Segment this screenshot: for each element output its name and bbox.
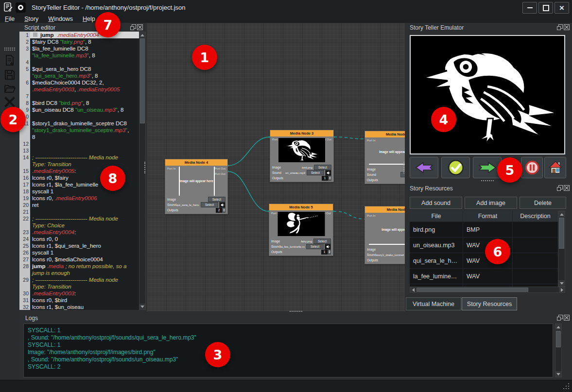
port-in[interactable]: Port In	[367, 214, 376, 217]
open-button[interactable]	[4, 82, 16, 95]
code-line[interactable]: 19lcons r0, .mediaEntry0006	[19, 195, 139, 202]
resize-grip[interactable]	[563, 383, 569, 389]
speaker-icon[interactable]	[219, 202, 225, 208]
code-line[interactable]: 3$la_fee_luminelle DC8	[19, 45, 139, 52]
code-line[interactable]: .mediaEntry0003, .mediaEntry0005	[19, 86, 139, 93]
code-line[interactable]: 5$qui_sera_le_hero DC8	[19, 66, 139, 72]
select-button[interactable]: Select	[208, 197, 225, 202]
code-line[interactable]: 18syscall 1	[19, 188, 139, 195]
minimize-button[interactable]	[522, 2, 537, 14]
port-in[interactable]: Port In	[367, 139, 376, 142]
tab-virtual-machine[interactable]: Virtual Machine	[406, 297, 461, 310]
code-line[interactable]: 32lcons r1, $un_oiseau	[19, 304, 139, 310]
spinner-arrows[interactable]	[222, 208, 225, 213]
resources-table-hscrollbar[interactable]	[410, 287, 565, 293]
code-line[interactable]: 29; ---------------------------- Media n…	[19, 276, 139, 283]
code-line[interactable]: 21	[19, 208, 139, 215]
select-button[interactable]: Select	[306, 244, 324, 249]
code-line[interactable]: 8	[19, 134, 139, 140]
spinner-arrows[interactable]	[328, 176, 331, 181]
media-node[interactable]: Media Node 3Port InPort Out Imagebird.pn…	[270, 130, 334, 182]
code-line[interactable]: 20ret	[19, 202, 139, 208]
code-line[interactable]: jump is enough	[19, 270, 139, 276]
outputs-spinner[interactable]: 1	[322, 176, 328, 181]
toolbar-drag-handle[interactable]	[4, 48, 15, 51]
media-node[interactable]: Media Node 4Port InPort OutPort OutImage…	[165, 159, 228, 214]
close-panel-icon[interactable]	[564, 185, 570, 191]
outputs-spinner[interactable]: 2	[216, 208, 222, 213]
select-button[interactable]: Select	[313, 239, 331, 244]
menu-file[interactable]: File	[0, 15, 19, 23]
code-line[interactable]: 4	[19, 59, 139, 66]
code-line[interactable]: 8$bird DC8 "bird.png", 8	[19, 100, 139, 106]
validate-button[interactable]	[441, 157, 470, 178]
select-button[interactable]: Select	[201, 202, 218, 207]
code-line[interactable]: "qui_sera_le_hero.mp3", 8	[19, 72, 139, 79]
logs-scrollbar[interactable]	[555, 324, 562, 377]
pause-button[interactable]	[521, 157, 543, 178]
close-panel-icon[interactable]	[564, 24, 570, 30]
code-line[interactable]: 26syscall 1	[19, 249, 139, 256]
node-title[interactable]: Media Node 3	[270, 130, 333, 136]
code-line[interactable]: 30.mediaEntry0003:	[19, 290, 139, 297]
node-graph-canvas[interactable]: Media Node 4Port InPort OutPort OutImage…	[147, 23, 405, 311]
code-line[interactable]: 27lcons r0, $mediaChoice0004	[19, 256, 139, 263]
code-line[interactable]: 22; ---------------------------- Media n…	[19, 215, 139, 222]
code-line[interactable]: 14; ---------------------------- Media n…	[19, 154, 139, 161]
tab-story-resources[interactable]: Story Resources	[462, 297, 517, 310]
menu-windows[interactable]: Windows	[43, 15, 78, 23]
select-button[interactable]: Select	[307, 170, 324, 175]
code-line[interactable]: 24lcons r0, 0	[19, 236, 139, 242]
menu-story[interactable]: Story	[19, 15, 43, 23]
splitter-canvas-right[interactable]	[403, 162, 404, 173]
code-line[interactable]: 10	[19, 113, 139, 120]
save-button[interactable]	[4, 68, 16, 81]
speaker-icon[interactable]	[325, 170, 331, 176]
resources-table[interactable]: FileFormatDescriptionbird.pngBMPun_oisea…	[410, 211, 558, 287]
back-button[interactable]	[410, 157, 438, 178]
code-line[interactable]: 9$un_oiseau DC8 "un_oiseau.mp3", 8	[19, 106, 139, 113]
table-row[interactable]: la_fee_lumine…WAV	[410, 269, 558, 284]
speaker-icon[interactable]	[325, 244, 331, 250]
column-header[interactable]: Description	[513, 211, 558, 222]
column-header[interactable]: Format	[463, 211, 513, 222]
home-button[interactable]	[544, 157, 566, 178]
float-panel-icon[interactable]	[557, 185, 563, 191]
title-bar[interactable]: StoryTeller Editor - /home/anthony/ostpr…	[0, 0, 572, 15]
node-title[interactable]: Media Node 6	[365, 206, 405, 213]
code-line[interactable]: "la_fee_luminelle.mp3", 8	[19, 52, 139, 59]
code-line[interactable]: 25lcons r1, $qui_sera_le_hero	[19, 242, 139, 249]
add-sound-button[interactable]: Add sound	[410, 197, 462, 209]
table-row[interactable]: bird.pngBMP	[410, 222, 558, 238]
maximize-button[interactable]	[538, 2, 553, 14]
logs-output[interactable]: SYSCALL: 1, Sound: "/home/anthony/ostpro…	[23, 324, 553, 377]
close-button[interactable]: ✕	[555, 2, 569, 14]
media-node[interactable]: Media Node 6Port InImage will appear her…	[364, 206, 405, 264]
select-button[interactable]: Select	[314, 165, 331, 170]
code-line[interactable]: 7	[19, 93, 139, 100]
table-row[interactable]: qui_sera_le_h…WAV	[410, 253, 558, 269]
code-line[interactable]: Type: Transition	[19, 161, 139, 168]
media-node[interactable]: Media NodePort InImage will appear hereI…	[364, 131, 405, 184]
resources-table-vscrollbar[interactable]	[558, 211, 565, 287]
code-line[interactable]: "story1_drako_luminelle_sceptre.mp3",	[19, 127, 139, 134]
port-out[interactable]: Port Out	[215, 167, 225, 170]
add-image-button[interactable]: Add image	[465, 197, 517, 209]
outputs-spinner[interactable]: 1	[321, 250, 328, 255]
media-node[interactable]: Media Node 5Port InPort Out Imagefairy.p…	[269, 204, 333, 256]
code-line[interactable]: 1jump .mediaEntry0004	[19, 32, 139, 38]
code-line[interactable]: 31lcons r0, $bird	[19, 297, 139, 304]
node-title[interactable]: Media Node 5	[269, 204, 333, 210]
spinner-arrows[interactable]	[328, 250, 331, 255]
float-panel-icon[interactable]	[557, 24, 563, 30]
table-row[interactable]: un_oiseau.mp3WAV	[410, 238, 558, 253]
splitter-canvas-logs[interactable]	[290, 311, 302, 312]
splitter-emulator-resources[interactable]	[481, 180, 494, 181]
code-line[interactable]: 12	[19, 140, 139, 147]
code-line[interactable]: Type: Transition	[19, 283, 139, 290]
close-panel-icon[interactable]	[137, 24, 143, 30]
float-panel-icon[interactable]	[130, 24, 136, 30]
code-line[interactable]: 28jump .media ; no return possible, so a	[19, 263, 139, 270]
code-line[interactable]: 2$fairy DC8 "fairy.png", 8	[19, 38, 139, 45]
new-script-button[interactable]	[4, 54, 16, 67]
